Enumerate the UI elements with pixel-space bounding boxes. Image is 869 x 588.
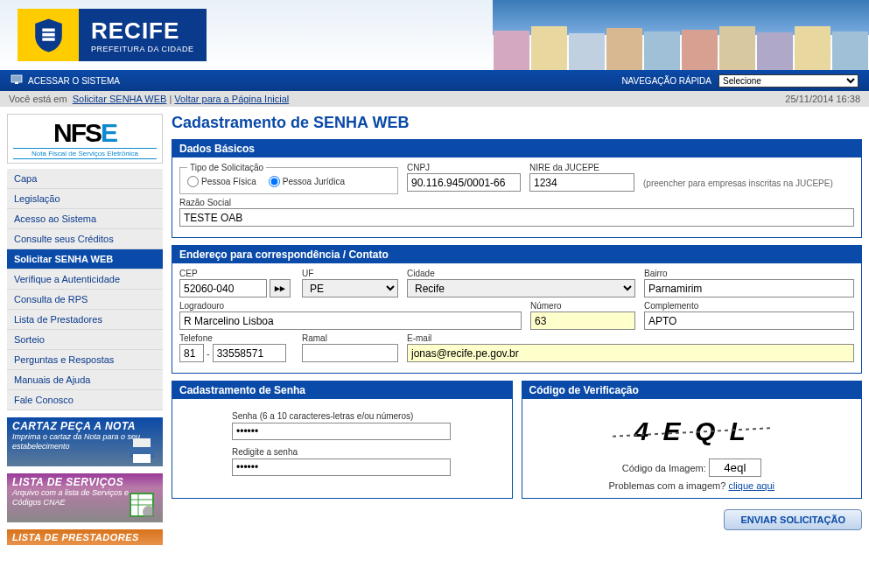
menu-item-prestadores[interactable]: Lista de Prestadores xyxy=(7,310,163,330)
menu-item-creditos[interactable]: Consulte seus Créditos xyxy=(7,229,163,249)
topbar: ACESSAR O SISTEMA NAVEGAÇÃO RÁPIDA Selec… xyxy=(0,70,869,91)
complemento-input[interactable] xyxy=(644,312,854,330)
breadcrumb: Você está em Solicitar SENHA WEB | Volta… xyxy=(0,91,869,107)
promo-prestadores[interactable]: LISTA DE PRESTADORES xyxy=(7,529,163,545)
numero-input[interactable] xyxy=(530,312,635,330)
logo-city: RECIFE xyxy=(91,18,194,45)
logo-sub: PREFEITURA DA CIDADE xyxy=(91,45,194,53)
sidebar: NFSE Nota Fiscal de Serviços Eletrônica … xyxy=(7,114,163,545)
nire-input[interactable] xyxy=(529,173,634,192)
page-title: Cadastramento de SENHA WEB xyxy=(172,114,862,132)
nfse-logo: NFSE Nota Fiscal de Serviços Eletrônica xyxy=(7,114,163,164)
menu-item-acesso[interactable]: Acesso ao Sistema xyxy=(7,209,163,229)
svg-point-10 xyxy=(143,506,155,518)
menu-item-faq[interactable]: Perguntas e Respostas xyxy=(7,350,163,370)
telefone-input[interactable] xyxy=(213,344,286,362)
promo-servicos[interactable]: LISTA DE SERVIÇOS Arquivo com a lista de… xyxy=(7,473,163,522)
razao-social-input[interactable] xyxy=(179,208,854,227)
page-timestamp: 25/11/2014 16:38 xyxy=(785,94,860,104)
nav-rapid-label: NAVEGAÇÃO RÁPIDA xyxy=(621,76,711,86)
panel-endereco: Endereço para correspondência / Contato … xyxy=(172,245,862,374)
captcha-input[interactable] xyxy=(709,458,761,477)
breadcrumb-link-2[interactable]: Voltar para a Página Inicial xyxy=(174,94,289,104)
svg-rect-3 xyxy=(133,438,151,447)
cidade-select[interactable]: Recife xyxy=(407,279,635,298)
menu-item-manuais[interactable]: Manuais de Ajuda xyxy=(7,370,163,390)
promo-cartaz[interactable]: CARTAZ PEÇA A NOTA Imprima o cartaz da N… xyxy=(7,417,163,466)
captcha-refresh-link[interactable]: clique aqui xyxy=(728,480,774,491)
uf-select[interactable]: PE xyxy=(302,279,398,298)
panel-captcha: Código de Verificação 4 E Q L Código da … xyxy=(522,381,863,499)
ramal-input[interactable] xyxy=(302,344,398,362)
cep-input[interactable] xyxy=(179,279,267,298)
menu-item-senha-web[interactable]: Solicitar SENHA WEB xyxy=(7,249,163,270)
panel-dados-basicos: Dados Básicos Tipo de Solicitação Pessoa… xyxy=(172,139,862,238)
radio-pf[interactable]: Pessoa Física xyxy=(187,176,256,187)
monitor-icon xyxy=(11,74,23,87)
svg-rect-4 xyxy=(133,454,151,463)
radio-pj[interactable]: Pessoa Jurídica xyxy=(269,176,345,187)
menu-item-sorteio[interactable]: Sorteio xyxy=(7,330,163,350)
email-input[interactable] xyxy=(407,344,854,362)
skyline-decoration xyxy=(493,0,869,70)
senha-input[interactable] xyxy=(232,423,451,440)
svg-rect-1 xyxy=(15,82,18,84)
logradouro-input[interactable] xyxy=(179,312,522,330)
page-header: RECIFE PREFEITURA DA CIDADE xyxy=(0,0,869,70)
menu-item-legislacao[interactable]: Legislação xyxy=(7,189,163,209)
telefone-ddd-input[interactable] xyxy=(179,344,204,362)
menu-item-rps[interactable]: Consulta de RPS xyxy=(7,290,163,310)
menu-item-autenticidade[interactable]: Verifique a Autenticidade xyxy=(7,270,163,290)
menu-item-capa[interactable]: Capa xyxy=(7,169,163,189)
submit-button[interactable]: ENVIAR SOLICITAÇÃO xyxy=(724,509,862,530)
nire-hint: (preencher para empresas inscritas na JU… xyxy=(643,170,833,188)
panel-header-endereco: Endereço para correspondência / Contato xyxy=(172,246,861,263)
printer-icon xyxy=(124,433,159,465)
cnpj-input[interactable] xyxy=(407,173,521,192)
senha-confirm-input[interactable] xyxy=(232,458,451,476)
captcha-image: 4 E Q L xyxy=(613,410,770,453)
panel-senha: Cadastramento de Senha Senha (6 a 10 car… xyxy=(172,381,513,499)
breadcrumb-prefix: Você está em xyxy=(9,94,67,104)
logo-shield-icon xyxy=(18,9,79,61)
panel-header-basicos: Dados Básicos xyxy=(172,140,861,158)
menu-item-contato[interactable]: Fale Conosco xyxy=(7,390,163,410)
breadcrumb-link-1[interactable]: Solicitar SENHA WEB xyxy=(73,94,167,104)
cep-lookup-button[interactable]: ▸▸ xyxy=(270,279,291,298)
access-system-link[interactable]: ACESSAR O SISTEMA xyxy=(28,76,120,86)
svg-rect-0 xyxy=(11,75,22,82)
panel-header-senha: Cadastramento de Senha xyxy=(172,382,512,399)
bairro-input[interactable] xyxy=(644,279,854,298)
nav-rapid-select[interactable]: Selecione xyxy=(718,74,858,88)
panel-header-captcha: Código de Verificação xyxy=(522,382,862,399)
sidebar-menu: Capa Legislação Acesso ao Sistema Consul… xyxy=(7,169,163,410)
main-content: Cadastramento de SENHA WEB Dados Básicos… xyxy=(172,114,862,545)
spreadsheet-icon xyxy=(124,489,159,521)
